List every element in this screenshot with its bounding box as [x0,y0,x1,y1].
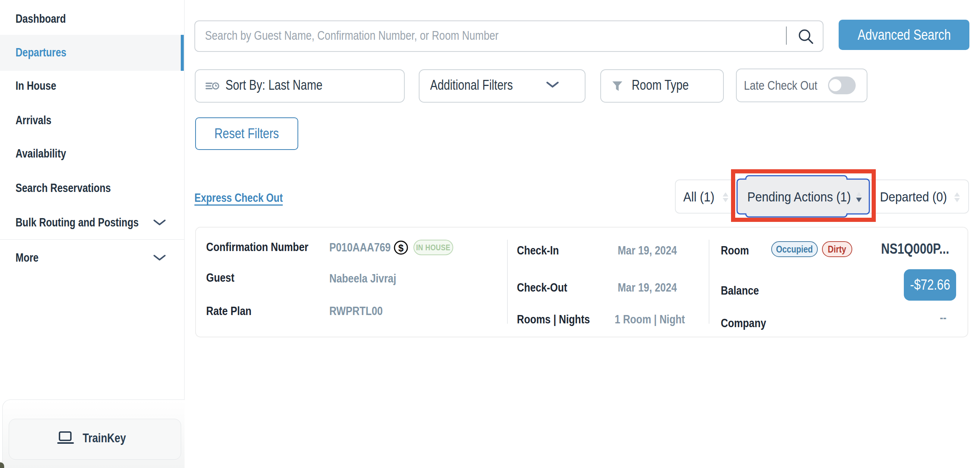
svg-text:$: $ [398,243,404,253]
